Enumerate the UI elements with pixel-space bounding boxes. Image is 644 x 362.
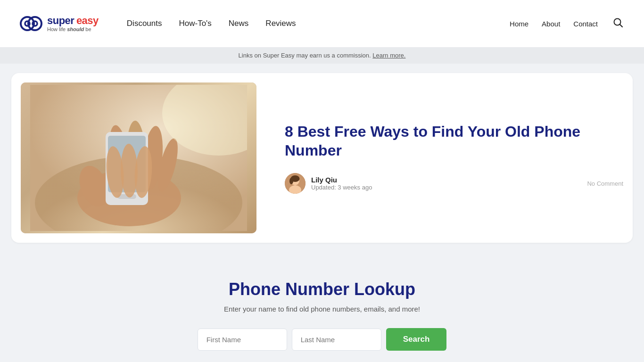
avatar-image bbox=[285, 173, 305, 194]
author-area: Lily Qiu Updated: 3 weeks ago bbox=[285, 173, 372, 194]
svg-point-25 bbox=[289, 178, 293, 184]
no-comment-label: No Comment bbox=[587, 180, 623, 187]
author-updated: Updated: 3 weeks ago bbox=[311, 184, 372, 191]
header-left: super easy How life should be Discounts … bbox=[19, 11, 296, 36]
lookup-title: Phone Number Lookup bbox=[166, 280, 478, 299]
article-info: 8 Best Free Ways to Find Your Old Phone … bbox=[285, 122, 623, 194]
author-details: Lily Qiu Updated: 3 weeks ago bbox=[311, 176, 372, 191]
article-image bbox=[21, 82, 256, 233]
article-card: 8 Best Free Ways to Find Your Old Phone … bbox=[11, 73, 633, 243]
nav-item-about[interactable]: About bbox=[542, 20, 560, 28]
commission-link[interactable]: Learn more. bbox=[372, 52, 405, 59]
site-header: super easy How life should be Discounts … bbox=[0, 0, 644, 47]
search-button[interactable]: Search bbox=[386, 328, 447, 351]
search-toggle-button[interactable] bbox=[611, 16, 625, 32]
lookup-subtitle: Enter your name to find old phone number… bbox=[166, 305, 478, 313]
article-title: 8 Best Free Ways to Find Your Old Phone … bbox=[285, 122, 623, 160]
logo-easy: easy bbox=[76, 16, 99, 26]
header-right: Home About Contact bbox=[510, 16, 625, 32]
nav-item-news[interactable]: News bbox=[229, 19, 249, 28]
author-name: Lily Qiu bbox=[311, 176, 372, 184]
first-name-input[interactable] bbox=[198, 329, 287, 351]
last-name-input[interactable] bbox=[292, 329, 381, 351]
logo-text: super easy How life should be bbox=[47, 16, 99, 32]
lookup-form: Search bbox=[166, 328, 478, 351]
logo-icon bbox=[19, 11, 43, 36]
logo-super: super bbox=[47, 16, 74, 26]
hand-phone-illustration bbox=[30, 85, 247, 231]
nav-item-home[interactable]: Home bbox=[510, 20, 528, 28]
avatar bbox=[285, 173, 305, 194]
commission-text: Links on Super Easy may earn us a commis… bbox=[239, 52, 373, 59]
main-content: 8 Best Free Ways to Find Your Old Phone … bbox=[0, 64, 644, 362]
article-image-bg bbox=[21, 82, 256, 233]
nav-item-howtos[interactable]: How-To's bbox=[179, 19, 211, 28]
svg-line-5 bbox=[620, 24, 623, 27]
logo-tagline: How life should be bbox=[47, 27, 99, 32]
search-icon bbox=[613, 17, 623, 28]
nav-item-reviews[interactable]: Reviews bbox=[265, 19, 296, 28]
lookup-widget: Phone Number Lookup Enter your name to f… bbox=[148, 257, 496, 362]
site-logo[interactable]: super easy How life should be bbox=[19, 11, 99, 36]
nav-item-discounts[interactable]: Discounts bbox=[127, 19, 162, 28]
main-nav: Discounts How-To's News Reviews bbox=[127, 19, 296, 28]
commission-bar: Links on Super Easy may earn us a commis… bbox=[0, 47, 644, 64]
article-meta: Lily Qiu Updated: 3 weeks ago No Comment bbox=[285, 173, 623, 194]
nav-item-contact[interactable]: Contact bbox=[573, 20, 598, 28]
